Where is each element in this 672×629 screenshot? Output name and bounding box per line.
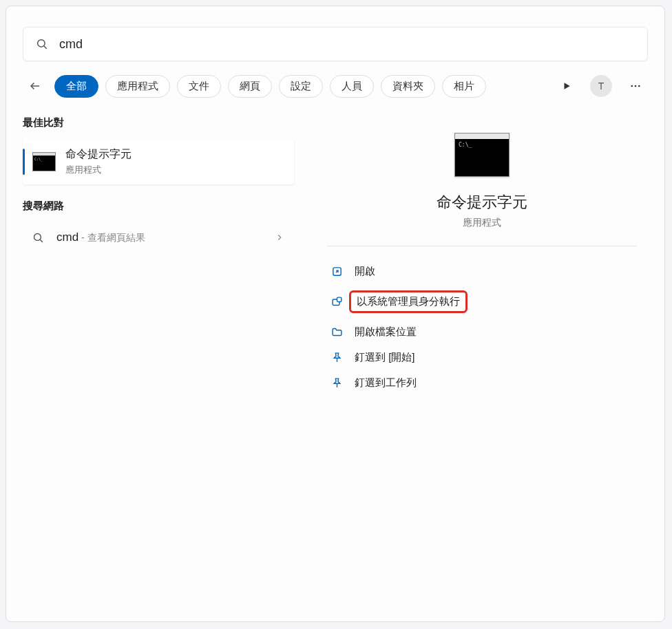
svg-point-0 <box>38 40 45 47</box>
best-match-header: 最佳比對 <box>23 116 294 129</box>
admin-icon <box>330 296 344 308</box>
back-button[interactable] <box>23 74 48 98</box>
svg-point-5 <box>635 85 637 87</box>
filter-folders[interactable]: 資料夾 <box>381 75 435 98</box>
divider <box>327 246 637 246</box>
search-input[interactable] <box>59 37 635 52</box>
chevron-right-icon <box>275 233 284 242</box>
action-label: 釘選到 [開始] <box>355 351 415 364</box>
open-icon <box>330 266 344 277</box>
svg-line-1 <box>44 46 47 49</box>
search-bar[interactable] <box>23 27 648 61</box>
filter-right-controls: T <box>554 74 648 98</box>
results-left-column: 最佳比對 命令提示字元 應用程式 搜尋網路 cmd - 查看網頁結果 <box>23 112 305 407</box>
search-icon <box>32 232 44 244</box>
filter-people[interactable]: 人員 <box>330 75 374 98</box>
detail-panel: 命令提示字元 應用程式 開啟 以系統管理員身分執行 <box>305 112 648 407</box>
cmd-app-icon <box>32 152 56 171</box>
filter-all[interactable]: 全部 <box>54 75 98 98</box>
folder-icon <box>330 326 344 338</box>
svg-point-6 <box>638 85 640 87</box>
detail-title: 命令提示字元 <box>327 192 637 213</box>
action-label: 釘選到工作列 <box>355 376 417 390</box>
svg-rect-11 <box>337 297 341 301</box>
svg-marker-3 <box>565 83 570 89</box>
filter-row: 全部 應用程式 文件 網頁 設定 人員 資料夾 相片 T <box>6 74 664 112</box>
action-open-location[interactable]: 開啟檔案位置 <box>327 319 637 345</box>
action-pin-taskbar[interactable]: 釘選到工作列 <box>327 370 637 396</box>
detail-app-icon <box>327 133 637 177</box>
best-match-result[interactable]: 命令提示字元 應用程式 <box>23 139 294 184</box>
filter-apps[interactable]: 應用程式 <box>105 75 170 98</box>
filter-settings[interactable]: 設定 <box>279 75 323 98</box>
search-window: 全部 應用程式 文件 網頁 設定 人員 資料夾 相片 T 最佳比對 <box>6 6 665 622</box>
pin-icon <box>330 377 344 389</box>
filter-photos[interactable]: 相片 <box>442 75 486 98</box>
result-title: 命令提示字元 <box>65 147 132 162</box>
svg-point-7 <box>34 233 41 240</box>
search-icon <box>36 38 48 50</box>
action-run-as-admin[interactable]: 以系統管理員身分執行 <box>327 284 637 319</box>
action-label: 開啟 <box>355 265 375 278</box>
svg-line-8 <box>40 239 43 242</box>
detail-subtitle: 應用程式 <box>327 217 637 229</box>
svg-point-4 <box>631 85 633 87</box>
filter-documents[interactable]: 文件 <box>177 75 221 98</box>
filter-web[interactable]: 網頁 <box>228 75 272 98</box>
user-avatar[interactable]: T <box>590 75 612 97</box>
web-term: cmd <box>56 231 78 244</box>
results-body: 最佳比對 命令提示字元 應用程式 搜尋網路 cmd - 查看網頁結果 <box>6 112 664 407</box>
result-text: 命令提示字元 應用程式 <box>65 147 132 176</box>
web-search-header: 搜尋網路 <box>23 200 294 213</box>
action-label: 以系統管理員身分執行 <box>349 290 468 313</box>
action-open[interactable]: 開啟 <box>327 259 637 284</box>
play-icon[interactable] <box>554 74 579 98</box>
action-pin-start[interactable]: 釘選到 [開始] <box>327 345 637 370</box>
web-hint: - 查看網頁結果 <box>78 232 145 243</box>
result-subtitle: 應用程式 <box>65 164 132 176</box>
web-search-result[interactable]: cmd - 查看網頁結果 <box>23 222 294 253</box>
more-icon[interactable] <box>623 74 648 98</box>
action-label: 開啟檔案位置 <box>355 326 417 339</box>
pin-icon <box>330 352 344 363</box>
